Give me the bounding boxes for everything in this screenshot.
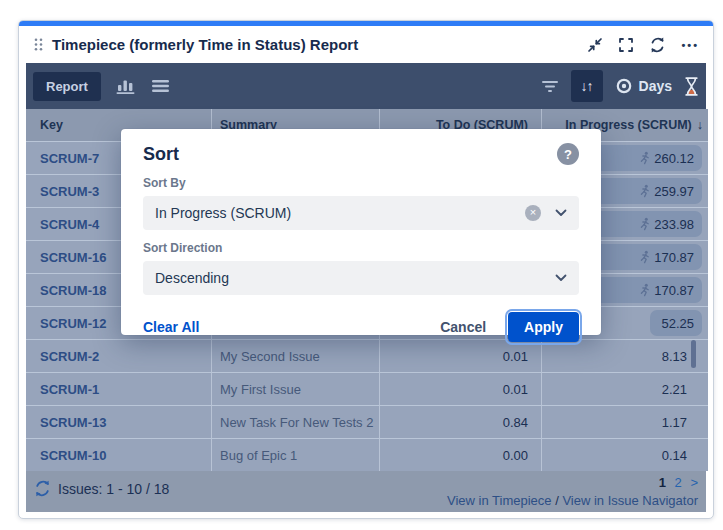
in-progress-value: 52.25 <box>661 316 694 331</box>
todo-value: 0.01 <box>503 382 528 397</box>
refresh-icon[interactable] <box>649 37 666 53</box>
todo-value: 0.00 <box>503 448 528 463</box>
widget-footer: Issues: 1 - 10 / 18 1 2 > View in Timepi… <box>26 471 706 512</box>
table-row[interactable]: SCRUM-1My First Issue0.012.21 <box>26 372 708 405</box>
in-progress-highlight: 52.25 <box>650 310 702 336</box>
issue-summary: New Task For New Tests 2 <box>220 415 373 430</box>
todo-value: 0.01 <box>503 349 528 364</box>
sort-direction-select[interactable]: Descending <box>143 261 579 295</box>
table-row[interactable]: SCRUM-10Bug of Epic 10.000.14 <box>26 438 708 471</box>
issue-key-link[interactable]: SCRUM-3 <box>40 184 99 199</box>
runner-icon <box>637 184 651 198</box>
issue-key-link[interactable]: SCRUM-18 <box>40 283 106 298</box>
refresh-issues-icon[interactable] <box>34 480 51 497</box>
in-progress-value: 1.17 <box>662 415 687 430</box>
issue-key-link[interactable]: SCRUM-10 <box>40 448 106 463</box>
widget-title-bar: Timepiece (formerly Time in Status) Repo… <box>19 26 713 63</box>
toolbar: Report ↓↑ D <box>26 63 706 109</box>
sort-by-select[interactable]: In Progress (SCRUM) × <box>143 196 579 230</box>
sort-by-label: Sort By <box>143 176 579 190</box>
issue-key-link[interactable]: SCRUM-7 <box>40 151 99 166</box>
issue-summary: My Second Issue <box>220 349 320 364</box>
todo-value: 0.84 <box>503 415 528 430</box>
issue-key-link[interactable]: SCRUM-1 <box>40 382 99 397</box>
in-progress-value: 260.12 <box>654 151 694 166</box>
table-row[interactable]: SCRUM-2My Second Issue0.018.13 <box>26 339 708 372</box>
fullscreen-icon[interactable] <box>618 37 634 53</box>
in-progress-value: 2.21 <box>662 382 687 397</box>
view-in-timepiece-link[interactable]: View in Timepiece <box>447 493 552 508</box>
issue-key-link[interactable]: SCRUM-4 <box>40 217 99 232</box>
runner-icon <box>637 250 651 264</box>
sort-by-value: In Progress (SCRUM) <box>155 205 525 221</box>
issue-summary: Bug of Epic 1 <box>220 448 297 463</box>
issues-count-label: Issues: 1 - 10 / 18 <box>58 481 169 497</box>
runner-icon <box>637 217 651 231</box>
issue-key-link[interactable]: SCRUM-2 <box>40 349 99 364</box>
sort-direction-label: Sort Direction <box>143 241 579 255</box>
table-scrollbar-thumb[interactable] <box>691 340 696 368</box>
collapse-icon[interactable] <box>587 37 603 53</box>
pagination: 1 2 > <box>659 475 698 490</box>
days-unit-label[interactable]: Days <box>639 78 672 94</box>
cancel-button[interactable]: Cancel <box>440 319 486 335</box>
sort-descending-icon: ↓ <box>697 118 703 132</box>
issue-key-link[interactable]: SCRUM-12 <box>40 316 106 331</box>
footer-links: View in Timepiece / View in Issue Naviga… <box>447 493 698 508</box>
drag-handle-icon[interactable] <box>33 37 44 52</box>
help-icon[interactable]: ? <box>557 143 579 165</box>
in-progress-value: 8.13 <box>662 349 687 364</box>
in-progress-value: 170.87 <box>654 283 694 298</box>
hourglass-icon <box>684 77 699 96</box>
table-row[interactable]: SCRUM-13New Task For New Tests 20.841.17 <box>26 405 708 438</box>
issue-key-link[interactable]: SCRUM-16 <box>40 250 106 265</box>
clear-selection-icon[interactable]: × <box>525 205 541 221</box>
report-tab-button[interactable]: Report <box>33 72 101 101</box>
issue-key-link[interactable]: SCRUM-13 <box>40 415 106 430</box>
view-in-issue-navigator-link[interactable]: View in Issue Navigator <box>562 493 698 508</box>
in-progress-value: 233.98 <box>654 217 694 232</box>
eye-icon[interactable] <box>615 77 633 95</box>
list-menu-icon[interactable] <box>151 79 170 93</box>
sort-dialog: Sort ? Sort By In Progress (SCRUM) × Sor… <box>121 129 601 335</box>
sort-button[interactable]: ↓↑ <box>571 70 603 102</box>
chevron-down-icon <box>555 209 567 217</box>
in-progress-value: 170.87 <box>654 250 694 265</box>
apply-button[interactable]: Apply <box>508 312 579 342</box>
in-progress-value: 259.97 <box>654 184 694 199</box>
sort-dialog-title: Sort <box>143 144 179 165</box>
page-2-link[interactable]: 2 <box>675 475 682 490</box>
sort-direction-value: Descending <box>155 270 555 286</box>
chart-view-icon[interactable] <box>115 78 137 95</box>
clear-all-link[interactable]: Clear All <box>143 319 199 335</box>
filter-icon[interactable] <box>541 80 559 93</box>
runner-icon <box>637 283 651 297</box>
more-options-icon[interactable]: ••• <box>681 39 699 51</box>
widget-title: Timepiece (formerly Time in Status) Repo… <box>52 36 587 53</box>
page-1-current[interactable]: 1 <box>659 475 666 490</box>
issue-summary: My First Issue <box>220 382 301 397</box>
next-page-arrow[interactable]: > <box>690 475 698 490</box>
chevron-down-icon <box>555 274 567 282</box>
runner-icon <box>637 151 651 165</box>
in-progress-value: 0.14 <box>662 448 687 463</box>
timepiece-report-widget: Timepiece (formerly Time in Status) Repo… <box>18 20 714 519</box>
